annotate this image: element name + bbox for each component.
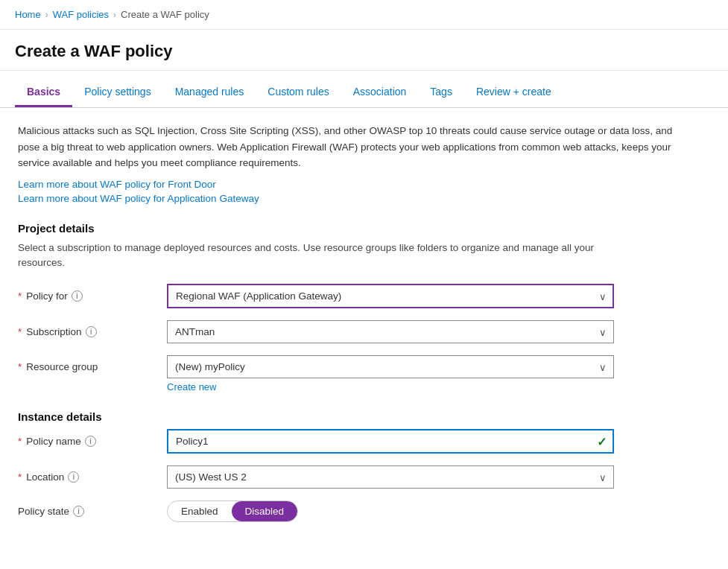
policy-for-label: * Policy for i [18,290,167,302]
policy-state-control: Enabled Disabled [167,500,614,522]
tab-managed-rules[interactable]: Managed rules [163,78,256,107]
policy-name-row: * Policy name i ✓ [18,429,697,454]
link-front-door[interactable]: Learn more about WAF policy for Front Do… [18,179,697,190]
location-label: * Location i [18,471,167,483]
subscription-row: * Subscription i ANTman ∨ [18,320,697,343]
policy-name-control: ✓ [167,429,614,454]
subscription-required: * [18,326,22,337]
policy-name-input[interactable] [167,429,614,454]
location-row: * Location i (US) West US 2 ∨ [18,465,697,489]
resource-group-row: * Resource group (New) myPolicy ∨ Create… [18,355,697,392]
main-content: Malicious attacks such as SQL Injection,… [0,108,715,549]
policy-name-info-icon: i [85,436,96,447]
resource-group-select-wrapper: (New) myPolicy ∨ [167,355,614,378]
policy-for-control: Regional WAF (Application Gateway) ∨ [167,284,614,308]
location-select[interactable]: (US) West US 2 [167,465,614,489]
breadcrumb: Home › WAF policies › Create a WAF polic… [0,0,728,30]
resource-group-select[interactable]: (New) myPolicy [167,355,614,378]
breadcrumb-home[interactable]: Home [15,9,41,20]
tab-custom-rules[interactable]: Custom rules [256,78,341,107]
policy-state-enabled-button[interactable]: Enabled [168,501,232,521]
policy-name-required: * [18,436,22,447]
tabs-bar: Basics Policy settings Managed rules Cus… [0,78,728,108]
subscription-info-icon: i [86,326,97,337]
subscription-label: * Subscription i [18,326,167,337]
policy-for-row: * Policy for i Regional WAF (Application… [18,284,697,308]
tab-policy-settings[interactable]: Policy settings [72,78,162,107]
policy-name-valid-icon: ✓ [597,434,607,448]
project-details-desc: Select a subscription to manage deployed… [18,241,614,271]
breadcrumb-sep-2: › [113,10,116,20]
subscription-control: ANTman ∨ [167,320,614,343]
policy-state-row: Policy state i Enabled Disabled [18,500,697,522]
policy-state-disabled-button[interactable]: Disabled [232,501,298,521]
policy-state-toggle-group: Enabled Disabled [167,500,298,522]
resource-group-label: * Resource group [18,355,167,372]
tab-review-create[interactable]: Review + create [464,78,563,107]
page-title: Create a WAF policy [0,30,728,71]
tab-association[interactable]: Association [341,78,419,107]
policy-state-label: Policy state i [18,506,167,517]
policy-for-select-wrapper: Regional WAF (Application Gateway) ∨ [167,284,614,308]
location-control: (US) West US 2 ∨ [167,465,614,489]
breadcrumb-sep-1: › [45,10,48,20]
location-required: * [18,471,22,483]
resource-group-required: * [18,361,22,372]
instance-details-title: Instance details [18,410,697,423]
policy-for-select[interactable]: Regional WAF (Application Gateway) [167,284,614,308]
project-details-title: Project details [18,222,697,235]
subscription-select[interactable]: ANTman [167,320,614,343]
waf-description: Malicious attacks such as SQL Injection,… [18,123,674,171]
location-info-icon: i [68,471,79,483]
resource-group-control: (New) myPolicy ∨ Create new [167,355,614,392]
policy-name-input-wrapper: ✓ [167,429,614,454]
policy-for-info-icon: i [72,290,83,302]
tab-basics[interactable]: Basics [15,78,72,107]
link-app-gateway[interactable]: Learn more about WAF policy for Applicat… [18,193,697,204]
create-new-link[interactable]: Create new [167,381,216,392]
subscription-select-wrapper: ANTman ∨ [167,320,614,343]
breadcrumb-waf-policies[interactable]: WAF policies [53,9,109,20]
policy-for-required: * [18,290,22,302]
location-select-wrapper: (US) West US 2 ∨ [167,465,614,489]
policy-name-label: * Policy name i [18,436,167,447]
policy-state-info-icon: i [73,506,84,517]
tab-tags[interactable]: Tags [418,78,464,107]
breadcrumb-current: Create a WAF policy [121,9,209,20]
